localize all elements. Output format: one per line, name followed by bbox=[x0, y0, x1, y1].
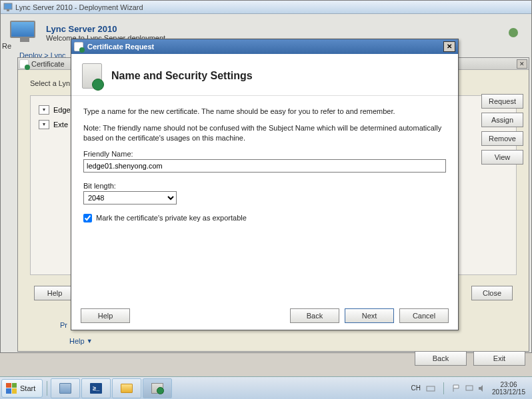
close-button[interactable]: Close bbox=[471, 286, 513, 300]
server-icon bbox=[59, 383, 71, 394]
friendly-name-label: Friendly Name: bbox=[83, 150, 446, 158]
exit-button[interactable]: Exit bbox=[473, 351, 525, 366]
expander-label: Exte bbox=[53, 121, 68, 129]
friendly-name-input[interactable] bbox=[83, 159, 446, 173]
clock[interactable]: 23:06 2013/12/15 bbox=[492, 381, 525, 396]
deployment-wizard-titlebar[interactable]: Lync Server 2010 - Deployment Wizard bbox=[1, 1, 531, 14]
system-tray: CH 23:06 2013/12/15 bbox=[404, 377, 532, 399]
exportable-label: Mark the certificate's private key as ex… bbox=[96, 214, 247, 222]
wizard-bottom-buttons: Back Exit bbox=[415, 351, 525, 366]
help-button[interactable]: Help bbox=[34, 286, 75, 300]
network-icon[interactable] bbox=[465, 384, 474, 393]
dialog-title: Certificate Request bbox=[87, 43, 154, 51]
start-button[interactable]: Start bbox=[1, 379, 43, 398]
flag-icon[interactable] bbox=[452, 384, 461, 393]
close-button[interactable]: ✕ bbox=[443, 41, 455, 52]
certificate-request-dialog: Certificate Request ✕ Name and Security … bbox=[71, 39, 459, 330]
clock-date: 2013/12/15 bbox=[492, 388, 525, 396]
folder-icon bbox=[121, 384, 133, 393]
taskbar-explorer[interactable] bbox=[112, 378, 141, 398]
prev-link[interactable]: Pr bbox=[60, 321, 67, 329]
intro-text: Type a name for the new certificate. The… bbox=[83, 107, 446, 117]
assign-button[interactable]: Assign bbox=[481, 113, 523, 127]
keyboard-icon[interactable] bbox=[426, 384, 435, 393]
expander-label: Edge bbox=[53, 106, 71, 114]
chevron-down-icon: ▼ bbox=[87, 338, 93, 344]
svg-rect-3 bbox=[466, 386, 473, 390]
volume-icon[interactable] bbox=[477, 384, 487, 393]
svg-rect-1 bbox=[7, 9, 9, 11]
clock-time: 23:06 bbox=[492, 381, 525, 388]
dialog-titlebar[interactable]: Certificate Request ✕ bbox=[71, 39, 458, 54]
svg-rect-0 bbox=[4, 3, 12, 9]
taskbar-powershell[interactable]: ≥_ bbox=[81, 378, 111, 398]
help-button[interactable]: Help bbox=[81, 308, 130, 323]
bit-length-select[interactable]: 2048 bbox=[83, 191, 177, 204]
help-dropdown[interactable]: Help ▼ bbox=[60, 334, 102, 348]
cancel-button[interactable]: Cancel bbox=[399, 308, 449, 323]
refresh-icon[interactable] bbox=[509, 28, 518, 37]
back-button[interactable]: Back bbox=[415, 351, 467, 366]
page-title: Name and Security Settings bbox=[111, 70, 253, 82]
deployment-wizard-title: Lync Server 2010 - Deployment Wizard bbox=[15, 3, 143, 11]
dialog-header: Name and Security Settings bbox=[71, 54, 458, 96]
powershell-icon: ≥_ bbox=[90, 383, 102, 394]
certificate-icon bbox=[19, 59, 29, 69]
dialog-footer: Help Back Next Cancel bbox=[71, 308, 458, 323]
taskbar-deployment-wizard[interactable] bbox=[143, 378, 172, 398]
bit-length-label: Bit length: bbox=[83, 182, 446, 190]
taskbar: Start ≥_ CH 23:06 2013/12/15 bbox=[0, 376, 532, 399]
view-button[interactable]: View bbox=[481, 150, 523, 165]
certificate-icon bbox=[74, 42, 83, 51]
chevron-down-icon: ▾ bbox=[39, 105, 49, 115]
exportable-checkbox[interactable] bbox=[83, 214, 92, 222]
request-button[interactable]: Request bbox=[481, 94, 523, 109]
close-button[interactable]: ✕ bbox=[517, 59, 527, 69]
windows-icon bbox=[6, 383, 17, 394]
remove-button[interactable]: Remove bbox=[481, 131, 523, 146]
ime-indicator[interactable]: CH bbox=[411, 384, 420, 392]
monitor-icon bbox=[10, 21, 39, 45]
app-icon bbox=[3, 3, 13, 12]
svg-rect-2 bbox=[427, 386, 435, 391]
certificate-large-icon bbox=[82, 63, 102, 89]
taskbar-server-manager[interactable] bbox=[51, 378, 80, 398]
back-button[interactable]: Back bbox=[290, 308, 339, 323]
product-title: Lync Server 2010 bbox=[46, 24, 167, 34]
chevron-down-icon: ▾ bbox=[39, 120, 49, 129]
certificate-wizard-title: Certificate bbox=[31, 60, 65, 68]
deployment-icon bbox=[151, 383, 163, 394]
note-text: Note: The friendly name should not be co… bbox=[83, 123, 446, 143]
next-button[interactable]: Next bbox=[345, 308, 394, 323]
